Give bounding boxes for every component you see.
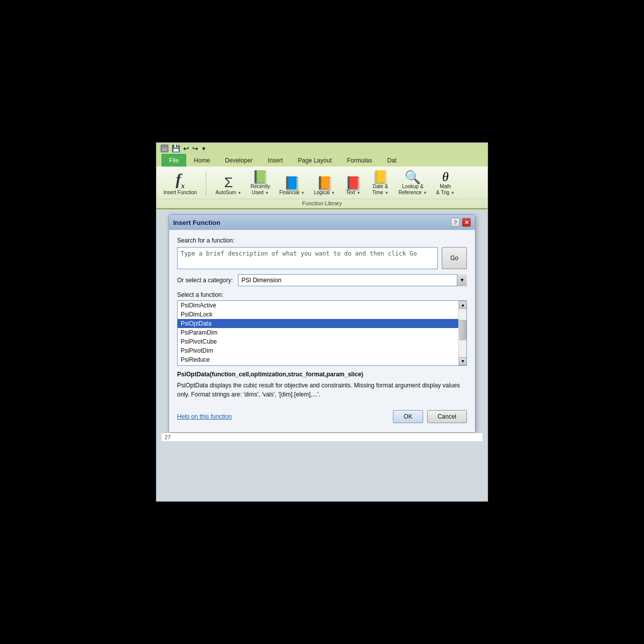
dialog-footer: Help on this function OK Cancel	[177, 406, 467, 425]
dialog-help-button[interactable]: ?	[451, 218, 460, 227]
function-listbox[interactable]: PsiDimActive PsiDimLock PsiOptData PsiPa…	[177, 300, 467, 366]
titlebar-buttons: ? ✕	[451, 218, 471, 227]
math-trig-icon: θ	[442, 171, 449, 184]
list-item-psipivotdim[interactable]: PsiPivotDim	[178, 346, 466, 355]
sigma-icon: Σ	[224, 176, 232, 190]
logical-label: Logical ▼	[314, 190, 335, 196]
search-row: Type a brief description of what you wan…	[177, 247, 467, 269]
function-signature: PsiOptData(function_cell,optimization,st…	[177, 371, 467, 378]
dialog-titlebar: Insert Function ? ✕	[169, 215, 475, 230]
logical-button[interactable]: 📙 Logical ▼	[312, 176, 337, 197]
autosum-button[interactable]: Σ AutoSum ▼	[213, 175, 244, 197]
scrollbar-up-button[interactable]: ▲	[459, 301, 467, 309]
function-library-label: Function Library	[302, 200, 342, 206]
footer-buttons: OK Cancel	[393, 410, 467, 423]
scrollbar-down-button[interactable]: ▼	[459, 357, 467, 365]
search-label: Search for a function:	[177, 237, 467, 244]
text-button[interactable]: 📕 Text ▼	[342, 176, 364, 197]
function-list-scrollbar[interactable]: ▲ ▼	[458, 301, 466, 365]
search-input[interactable]: Type a brief description of what you wan…	[177, 247, 438, 269]
function-list-inner: PsiDimActive PsiDimLock PsiOptData PsiPa…	[178, 301, 466, 364]
ribbon-separator-1	[206, 171, 206, 196]
financial-label: Financial ▼	[279, 190, 305, 196]
dialog-body: Search for a function: Type a brief desc…	[169, 230, 475, 432]
redo-icon[interactable]: ↪	[192, 144, 198, 152]
ribbon: fx Insert Function Σ AutoSum ▼ 📗 Recentl…	[156, 167, 488, 209]
insert-function-label: Insert Function	[164, 190, 197, 196]
ribbon-footer: Function Library	[156, 199, 488, 208]
tab-home[interactable]: Home	[186, 154, 217, 167]
save-icon[interactable]: 💾	[172, 144, 180, 152]
autosum-label: AutoSum ▼	[215, 190, 242, 196]
ribbon-tabs: File Home Developer Insert Page Layout F…	[156, 154, 488, 167]
dialog-close-button[interactable]: ✕	[462, 218, 471, 227]
function-list-label: Select a function:	[177, 291, 467, 298]
logical-icon: 📙	[316, 177, 333, 190]
date-time-label: Date &Time ▼	[372, 184, 389, 196]
cancel-button[interactable]: Cancel	[427, 410, 467, 423]
list-item-psipivotcube[interactable]: PsiPivotCube	[178, 337, 466, 346]
financial-icon: 📘	[284, 177, 300, 190]
fx-icon: fx	[176, 171, 185, 190]
tab-page-layout[interactable]: Page Layout	[290, 154, 339, 167]
category-label: Or select a category:	[177, 277, 233, 284]
tab-developer[interactable]: Developer	[217, 154, 260, 167]
row-number: 27	[165, 434, 171, 440]
file-icon: 🗂	[160, 144, 169, 152]
ok-button[interactable]: OK	[393, 410, 423, 423]
sheet-row-27: 27	[162, 433, 482, 441]
lookup-reference-button[interactable]: 🔍 Lookup &Reference ▼	[396, 170, 429, 197]
help-link[interactable]: Help on this function	[177, 413, 232, 420]
list-item-psiparamdim[interactable]: PsiParamDim	[178, 328, 466, 337]
insert-function-button[interactable]: fx Insert Function	[162, 170, 199, 197]
date-time-button[interactable]: 📒 Date &Time ▼	[369, 170, 391, 197]
tab-insert[interactable]: Insert	[260, 154, 290, 167]
lookup-icon: 🔍	[405, 171, 421, 184]
list-item-psioptdata[interactable]: PsiOptData	[178, 319, 466, 328]
financial-button[interactable]: 📘 Financial ▼	[277, 176, 307, 197]
lookup-reference-label: Lookup &Reference ▼	[398, 184, 427, 196]
text-icon: 📕	[345, 177, 361, 190]
category-row: Or select a category: PSI Dimension ▼	[177, 274, 467, 286]
category-select[interactable]: PSI Dimension	[238, 274, 467, 286]
list-item-psireduce[interactable]: PsiReduce	[178, 355, 466, 364]
quick-access-toolbar: 🗂 💾 ↩ ↪ ▼	[156, 143, 488, 154]
dialog-area: Insert Function ? ✕ Search for a functio…	[156, 209, 488, 501]
text-label: Text ▼	[346, 190, 361, 196]
math-trig-label: Math& Trig ▼	[436, 184, 455, 196]
recently-used-icon: 📗	[252, 171, 268, 184]
scrollbar-thumb[interactable]	[459, 320, 466, 340]
quick-access-dropdown[interactable]: ▼	[201, 146, 206, 151]
undo-icon[interactable]: ↩	[183, 144, 189, 152]
function-description: PsiOptData displays the cubic result for…	[177, 381, 467, 399]
list-item-psidimactive[interactable]: PsiDimActive	[178, 301, 466, 310]
tab-file[interactable]: File	[162, 154, 186, 167]
tab-dat[interactable]: Dat	[379, 154, 404, 167]
date-time-icon: 📒	[372, 171, 388, 184]
insert-function-dialog: Insert Function ? ✕ Search for a functio…	[169, 214, 475, 433]
recently-used-button[interactable]: 📗 RecentlyUsed ▼	[249, 170, 272, 197]
dialog-title: Insert Function	[173, 219, 220, 226]
go-button[interactable]: Go	[442, 247, 467, 269]
recently-used-label: RecentlyUsed ▼	[251, 184, 270, 196]
list-item-psidimlock[interactable]: PsiDimLock	[178, 310, 466, 319]
category-select-wrapper: PSI Dimension ▼	[238, 274, 467, 286]
tab-formulas[interactable]: Formulas	[339, 154, 379, 167]
math-trig-button[interactable]: θ Math& Trig ▼	[434, 170, 457, 197]
